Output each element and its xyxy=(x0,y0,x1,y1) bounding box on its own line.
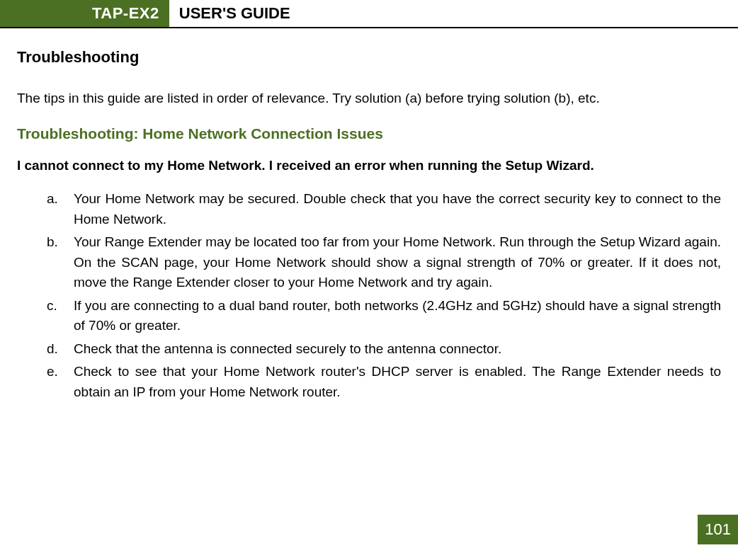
list-marker: a. xyxy=(47,189,58,210)
intro-paragraph: The tips in this guide are listed in ord… xyxy=(17,89,721,108)
troubleshooting-question: I cannot connect to my Home Network. I r… xyxy=(17,156,721,176)
document-header: TAP-EX2 USER'S GUIDE xyxy=(0,0,738,28)
sub-heading: Troubleshooting: Home Network Connection… xyxy=(17,125,721,142)
list-item: c. If you are connecting to a dual band … xyxy=(47,296,721,336)
list-text: Your Range Extender may be located too f… xyxy=(74,234,721,290)
list-item: d. Check that the antenna is connected s… xyxy=(47,339,721,360)
list-text: Your Home Network may be secured. Double… xyxy=(74,191,721,227)
list-text: If you are connecting to a dual band rou… xyxy=(74,298,721,333)
page-content: Troubleshooting The tips in this guide a… xyxy=(0,48,738,402)
list-text: Check to see that your Home Network rout… xyxy=(74,364,721,399)
list-text: Check that the antenna is connected secu… xyxy=(74,341,501,356)
list-marker: c. xyxy=(47,296,57,316)
section-heading: Troubleshooting xyxy=(17,48,721,67)
list-marker: e. xyxy=(47,362,58,382)
list-item: e. Check to see that your Home Network r… xyxy=(47,362,721,402)
list-item: a. Your Home Network may be secured. Dou… xyxy=(47,189,721,229)
document-title: USER'S GUIDE xyxy=(169,0,300,27)
list-item: b. Your Range Extender may be located to… xyxy=(47,232,721,293)
answer-list: a. Your Home Network may be secured. Dou… xyxy=(17,189,721,402)
list-marker: d. xyxy=(47,339,58,360)
page-number: 101 xyxy=(698,515,738,544)
product-badge: TAP-EX2 xyxy=(0,0,169,27)
list-marker: b. xyxy=(47,232,58,253)
